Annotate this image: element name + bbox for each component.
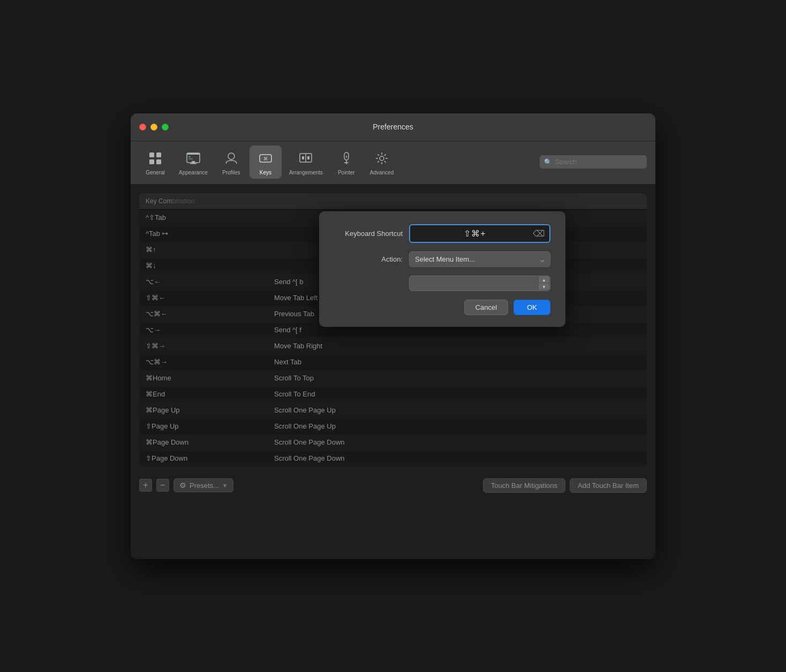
search-input[interactable] bbox=[540, 155, 647, 169]
toolbar-label-pointer: Pointer bbox=[338, 170, 355, 175]
arrangements-icon bbox=[296, 149, 315, 168]
general-icon bbox=[146, 149, 165, 168]
ok-button[interactable]: OK bbox=[513, 300, 550, 315]
modal-buttons: Cancel OK bbox=[334, 300, 550, 315]
main-content: Key Combination ^⇧Tab ^Tab ↦ ⌘↑ ⌘↓ ⌥← Se… bbox=[131, 185, 655, 559]
svg-rect-0 bbox=[149, 152, 154, 157]
window-title: Preferences bbox=[373, 123, 413, 131]
action-select[interactable]: Select Menu Item... bbox=[409, 251, 550, 267]
toolbar: General Appearance bbox=[131, 141, 655, 185]
svg-rect-9 bbox=[188, 158, 193, 159]
toolbar-label-advanced: Advanced bbox=[370, 170, 394, 175]
stepper-buttons: ▲ ▼ bbox=[539, 277, 549, 290]
toolbar-label-general: General bbox=[146, 170, 165, 175]
toolbar-label-arrangements: Arrangements bbox=[289, 170, 323, 175]
stepper-up-button[interactable]: ▲ bbox=[539, 277, 549, 283]
keyboard-shortcut-modal: Keyboard Shortcut ⇧⌘+ ⌫ Action: Select M… bbox=[319, 211, 565, 327]
svg-rect-3 bbox=[156, 159, 161, 164]
toolbar-label-appearance: Appearance bbox=[179, 170, 208, 175]
appearance-icon bbox=[184, 149, 203, 168]
keys-icon: ⌘ bbox=[256, 149, 275, 168]
toolbar-item-general[interactable]: General bbox=[139, 146, 171, 179]
traffic-lights bbox=[139, 124, 169, 131]
toolbar-item-arrangements[interactable]: Arrangements bbox=[284, 146, 328, 179]
menu-item-input[interactable]: Make Text Bigger bbox=[409, 276, 550, 291]
svg-rect-7 bbox=[190, 163, 196, 164]
close-button[interactable] bbox=[139, 124, 146, 131]
stepper-down-button[interactable]: ▼ bbox=[539, 284, 549, 290]
action-label: Action: bbox=[334, 255, 409, 263]
shortcut-label: Keyboard Shortcut bbox=[334, 230, 409, 238]
preferences-window: Preferences General bbox=[131, 113, 655, 559]
svg-rect-15 bbox=[302, 156, 304, 159]
toolbar-item-keys[interactable]: ⌘ Keys bbox=[250, 146, 282, 179]
svg-rect-1 bbox=[156, 152, 161, 157]
toolbar-item-appearance[interactable]: Appearance bbox=[173, 146, 213, 179]
toolbar-item-pointer[interactable]: Pointer bbox=[330, 146, 362, 179]
svg-rect-5 bbox=[187, 153, 200, 155]
maximize-button[interactable] bbox=[162, 124, 169, 131]
profiles-icon bbox=[222, 149, 241, 168]
svg-rect-16 bbox=[307, 156, 309, 159]
toolbar-item-profiles[interactable]: Profiles bbox=[215, 146, 247, 179]
cancel-button[interactable]: Cancel bbox=[464, 300, 508, 315]
shortcut-row: Keyboard Shortcut ⇧⌘+ ⌫ bbox=[334, 224, 550, 243]
svg-rect-6 bbox=[192, 161, 195, 163]
advanced-icon bbox=[372, 149, 391, 168]
title-bar: Preferences bbox=[131, 113, 655, 141]
toolbar-label-keys: Keys bbox=[260, 170, 271, 175]
svg-point-21 bbox=[380, 156, 384, 161]
shortcut-value: ⇧⌘+ bbox=[464, 228, 486, 239]
svg-rect-8 bbox=[188, 156, 191, 157]
shortcut-clear-button[interactable]: ⌫ bbox=[533, 228, 545, 239]
menu-item-row: Make Text Bigger ▲ ▼ bbox=[334, 276, 550, 291]
action-row: Action: Select Menu Item... ⌄ bbox=[334, 251, 550, 267]
search-icon: 🔍 bbox=[544, 158, 552, 166]
menu-item-stepper: Make Text Bigger ▲ ▼ bbox=[409, 276, 550, 291]
shortcut-field[interactable]: ⇧⌘+ ⌫ bbox=[409, 224, 550, 243]
svg-point-10 bbox=[228, 153, 235, 159]
svg-text:⌘: ⌘ bbox=[263, 155, 267, 163]
pointer-icon bbox=[337, 149, 356, 168]
toolbar-label-profiles: Profiles bbox=[222, 170, 240, 175]
action-select-wrapper: Select Menu Item... ⌄ bbox=[409, 251, 550, 267]
toolbar-item-advanced[interactable]: Advanced bbox=[365, 146, 399, 179]
minimize-button[interactable] bbox=[150, 124, 157, 131]
search-container: 🔍 bbox=[540, 155, 647, 169]
svg-rect-2 bbox=[149, 159, 154, 164]
